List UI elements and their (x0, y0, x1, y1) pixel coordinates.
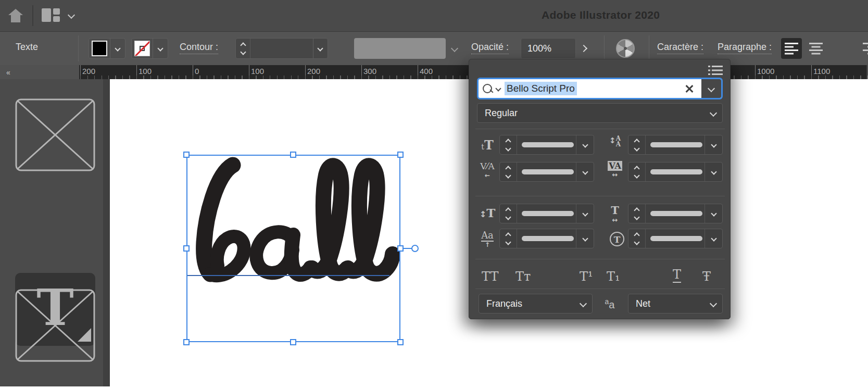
handle-top-right[interactable] (397, 152, 404, 158)
horizontal-scale-value[interactable] (646, 204, 705, 223)
align-left-icon (785, 43, 798, 55)
left-tools-panel: T (0, 79, 110, 386)
horizontal-scale-control (628, 204, 723, 223)
ruler-tick: 0 (193, 65, 193, 79)
collapse-chevrons-icon: « (6, 68, 10, 77)
horizontal-scale-dropdown[interactable] (705, 204, 722, 223)
align-right-icon (863, 43, 868, 55)
stroke-dropdown-button[interactable] (153, 39, 168, 58)
handle-bottom-right[interactable] (397, 339, 404, 345)
panel-divider (475, 259, 725, 259)
vertical-scale-control (499, 204, 594, 223)
superscript-button[interactable]: T¹ (580, 265, 593, 283)
subscript-button[interactable]: T₁ (607, 265, 620, 283)
kerning-dropdown[interactable] (576, 162, 594, 181)
kerning-icon: V⁄A← (476, 162, 499, 179)
horizontal-ruler[interactable]: « 200100010020030040050010001100 (0, 65, 868, 79)
character-panel-link[interactable]: Caractère : (657, 42, 703, 54)
horizontal-scale-stepper[interactable] (628, 204, 646, 223)
tracking-stepper[interactable] (628, 162, 646, 181)
panel-menu-icon[interactable] (708, 66, 723, 75)
chevron-down-icon (710, 300, 717, 307)
tracking-icon: VA↔ (603, 162, 626, 179)
leading-control (628, 135, 723, 155)
kerning-value[interactable] (517, 162, 576, 181)
character-rotation-stepper[interactable] (628, 229, 646, 248)
vertical-scale-dropdown[interactable] (576, 204, 594, 223)
ruler-tick: 300 (361, 65, 362, 79)
align-left-button[interactable] (781, 38, 802, 59)
font-list-dropdown-button[interactable] (701, 79, 721, 98)
font-size-stepper[interactable] (500, 135, 517, 154)
title-bar: Adobe Illustrator 2020 (0, 0, 868, 31)
leading-stepper[interactable] (628, 135, 646, 154)
panel-divider (475, 129, 725, 129)
ruler-collapse-button[interactable]: « (0, 65, 79, 79)
stroke-swatch-none[interactable] (132, 39, 153, 58)
baseline-shift-value[interactable] (517, 229, 576, 248)
leading-value[interactable] (646, 135, 705, 154)
character-rotation-dropdown[interactable] (705, 229, 722, 248)
recolor-artwork-button[interactable] (616, 39, 635, 58)
text-out-port[interactable] (411, 245, 419, 252)
vertical-scale-icon: ↕T (476, 207, 499, 219)
window-title: Adobe Illustrator 2020 (542, 9, 660, 21)
home-icon[interactable] (7, 7, 24, 24)
font-style-select[interactable]: Regular (477, 103, 723, 123)
handle-bottom-left[interactable] (183, 339, 190, 345)
font-size-icon: tT (476, 139, 499, 152)
strikethrough-button[interactable]: Ŧ (702, 265, 711, 283)
stroke-weight-stepper[interactable] (236, 39, 250, 58)
empty-preview-slot[interactable] (15, 289, 95, 362)
kerning-stepper[interactable] (500, 162, 517, 181)
controlbar-separator (78, 35, 79, 61)
fill-color-control (89, 38, 125, 59)
handle-bottom-center[interactable] (290, 339, 296, 345)
fill-swatch[interactable] (89, 39, 110, 58)
handle-middle-left[interactable] (183, 245, 190, 252)
empty-preview-slot[interactable] (15, 98, 95, 171)
font-size-value[interactable] (517, 135, 576, 154)
character-panel: Bello Script Pro Regular tT ↕AA V⁄ (469, 59, 731, 319)
stroke-weight-value[interactable] (250, 39, 312, 58)
baseline-shift-dropdown[interactable] (576, 229, 594, 248)
handle-middle-right[interactable] (397, 245, 404, 252)
character-rotation-value[interactable] (646, 229, 705, 248)
underline-button[interactable]: T (673, 265, 681, 283)
small-caps-button[interactable]: Tᴛ (515, 265, 531, 283)
sidebar-edge (103, 79, 110, 386)
character-rotation-icon: T (606, 232, 628, 246)
ruler-tick: 100 (136, 65, 137, 79)
opacity-panel-link[interactable]: Opacité : (471, 42, 509, 54)
artboard-layout-icon[interactable] (42, 8, 62, 23)
ruler-tick: 100 (249, 65, 249, 79)
baseline-shift-stepper[interactable] (500, 229, 517, 248)
tracking-value[interactable] (646, 162, 705, 181)
controlbar-separator (649, 35, 649, 61)
fill-dropdown-button[interactable] (110, 39, 125, 58)
language-select[interactable]: Français (479, 294, 593, 314)
handle-top-center[interactable] (290, 152, 296, 158)
variable-width-profile-select[interactable] (354, 38, 446, 59)
clear-search-button[interactable] (685, 84, 694, 93)
tracking-dropdown[interactable] (705, 162, 722, 181)
font-search-value[interactable]: Bello Script Pro (505, 82, 577, 95)
handle-top-left[interactable] (183, 152, 190, 158)
all-caps-button[interactable]: TT (482, 265, 498, 283)
vertical-scale-stepper[interactable] (500, 204, 517, 223)
align-center-button[interactable] (806, 38, 826, 59)
align-right-button[interactable] (859, 38, 868, 59)
anti-aliasing-select[interactable]: Net (628, 294, 723, 314)
chevron-down-icon (710, 109, 717, 117)
vertical-scale-value[interactable] (517, 204, 576, 223)
opacity-input[interactable]: 100% (521, 38, 576, 59)
paragraph-panel-link[interactable]: Paragraphe : (718, 42, 772, 54)
none-slash-icon (134, 41, 150, 56)
font-search-field[interactable]: Bello Script Pro (477, 78, 723, 99)
stroke-weight-dropdown[interactable] (313, 39, 328, 58)
stroke-panel-link[interactable]: Contour : (180, 42, 218, 54)
layout-chevron-icon[interactable] (68, 11, 75, 19)
leading-dropdown[interactable] (705, 135, 722, 154)
font-size-dropdown[interactable] (576, 135, 594, 154)
leading-icon: ↕AA (603, 136, 626, 148)
